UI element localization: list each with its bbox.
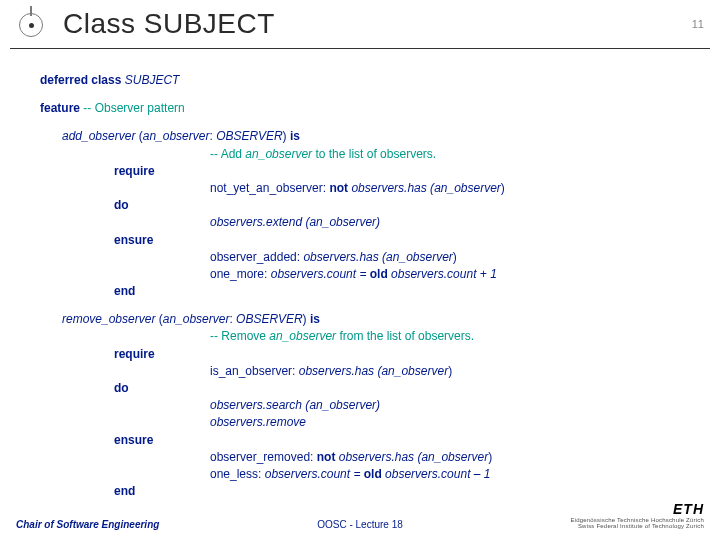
deferred-class-kw: deferred class (40, 73, 121, 87)
remove-observer-signature: remove_observer (an_observer: OBSERVER) … (62, 311, 706, 327)
eth-logo-text: ETH (570, 501, 704, 517)
remove-body-1: observers.search (an_observer) (210, 397, 706, 413)
remove-end-kw: end (114, 483, 706, 499)
remove-body-2: observers.remove (210, 414, 706, 430)
add-observer-signature: add_observer (an_observer: OBSERVER) is (62, 128, 706, 144)
feature-kw: feature (40, 101, 80, 115)
add-do-kw: do (114, 197, 706, 213)
class-declaration: deferred class SUBJECT (40, 72, 706, 88)
add-postcondition-2: one_more: observers.count = old observer… (210, 266, 706, 282)
footer-lecture: OOSC - Lecture 18 (317, 519, 403, 530)
feature-clause: feature -- Observer pattern (40, 100, 706, 116)
footer-chair: Chair of Software Engineering (16, 519, 159, 530)
add-ensure-kw: ensure (114, 232, 706, 248)
ring-logo-icon (15, 9, 45, 39)
remove-postcondition-2: one_less: observers.count = old observer… (210, 466, 706, 482)
add-body: observers.extend (an_observer) (210, 214, 706, 230)
add-require-kw: require (114, 163, 706, 179)
eth-subtitle-2: Swiss Federal Institute of Technology Zu… (570, 523, 704, 530)
add-precondition: not_yet_an_observer: not observers.has (… (210, 180, 706, 196)
eth-subtitle-1: Eidgenössische Technische Hochschule Zür… (570, 517, 704, 524)
feature-comment: -- Observer pattern (83, 101, 184, 115)
add-postcondition-1: observer_added: observers.has (an_observ… (210, 249, 706, 265)
slide-body: deferred class SUBJECT feature -- Observ… (0, 49, 720, 499)
remove-do-kw: do (114, 380, 706, 396)
remove-postcondition-1: observer_removed: not observers.has (an_… (210, 449, 706, 465)
add-observer-comment: -- Add an_observer to the list of observ… (210, 146, 706, 162)
remove-observer-comment: -- Remove an_observer from the list of o… (210, 328, 706, 344)
remove-ensure-kw: ensure (114, 432, 706, 448)
remove-precondition: is_an_observer: observers.has (an_observ… (210, 363, 706, 379)
slide-header: Class SUBJECT (0, 0, 720, 46)
slide-title: Class SUBJECT (63, 8, 275, 40)
add-end-kw: end (114, 283, 706, 299)
class-name: SUBJECT (125, 73, 180, 87)
remove-require-kw: require (114, 346, 706, 362)
page-number: 11 (692, 18, 704, 30)
footer-eth: ETH Eidgenössische Technische Hochschule… (570, 501, 704, 530)
